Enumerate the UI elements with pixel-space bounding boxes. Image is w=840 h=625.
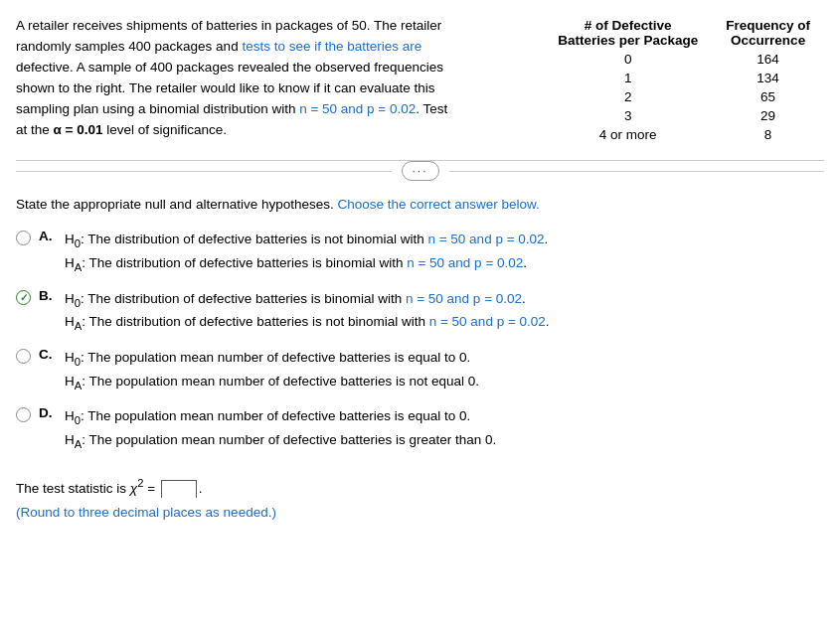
radio-circle-c[interactable] bbox=[16, 349, 31, 364]
table-row: 1134 bbox=[544, 69, 824, 87]
option-label-b: B. bbox=[39, 288, 57, 303]
radio-b[interactable] bbox=[16, 290, 31, 305]
defective-cell: 3 bbox=[544, 106, 712, 125]
radio-circle-d[interactable] bbox=[16, 407, 31, 422]
option-content-c: H0: The population mean number of defect… bbox=[65, 347, 479, 393]
table-row: 4 or more8 bbox=[544, 125, 824, 144]
option-item-a[interactable]: A.H0: The distribution of defective batt… bbox=[16, 229, 824, 275]
table-row: 0164 bbox=[544, 50, 824, 69]
col2-header: Frequency of Occurrence bbox=[712, 16, 824, 50]
question-prompt: State the appropriate null and alternati… bbox=[16, 195, 824, 215]
h0-line-c: H0: The population mean number of defect… bbox=[65, 347, 479, 371]
frequency-cell: 134 bbox=[712, 69, 824, 87]
radio-c[interactable] bbox=[16, 349, 31, 364]
table-row: 265 bbox=[544, 87, 824, 106]
radio-circle-b[interactable] bbox=[16, 290, 31, 305]
option-item-d[interactable]: D.H0: The population mean number of defe… bbox=[16, 405, 824, 452]
test-stat-input-box[interactable] bbox=[161, 480, 197, 498]
option-item-b[interactable]: B.H0: The distribution of defective batt… bbox=[16, 288, 824, 335]
top-section: A retailer receives shipments of batteri… bbox=[16, 16, 824, 144]
h0-line-b: H0: The distribution of defective batter… bbox=[65, 288, 550, 312]
radio-d[interactable] bbox=[16, 407, 31, 422]
divider-right bbox=[449, 171, 825, 172]
radio-a[interactable] bbox=[16, 231, 31, 245]
options-list: A.H0: The distribution of defective batt… bbox=[16, 229, 824, 453]
desc-line4: shown to the right. The retailer would l… bbox=[16, 80, 434, 95]
divider-section: ··· bbox=[16, 160, 824, 181]
dots-button[interactable]: ··· bbox=[402, 161, 439, 181]
option-content-a: H0: The distribution of defective batter… bbox=[65, 229, 548, 275]
option-item-c[interactable]: C.H0: The population mean number of defe… bbox=[16, 347, 824, 393]
table-row: 329 bbox=[544, 106, 824, 125]
h0-line-a: H0: The distribution of defective batter… bbox=[65, 229, 548, 252]
ha-line-b: HA: The distribution of defective batter… bbox=[65, 311, 550, 335]
question-text-prefix: State the appropriate null and alternati… bbox=[16, 197, 337, 212]
question-text-blue: Choose the correct answer below. bbox=[337, 197, 539, 212]
option-content-b: H0: The distribution of defective batter… bbox=[65, 288, 550, 335]
test-stat-section: The test statistic is χ2 = . (Round to t… bbox=[16, 473, 824, 525]
option-content-d: H0: The population mean number of defect… bbox=[65, 405, 496, 452]
alpha-value: α = 0.01 bbox=[54, 122, 103, 137]
desc-line6-prefix: at the bbox=[16, 122, 54, 137]
col1-header: # of Defective Batteries per Package bbox=[544, 16, 712, 50]
desc-line5: sampling plan using a binomial distribut… bbox=[16, 101, 299, 116]
defective-cell: 2 bbox=[544, 87, 712, 106]
frequency-cell: 29 bbox=[712, 106, 824, 125]
ha-line-c: HA: The population mean number of defect… bbox=[65, 371, 479, 394]
test-stat-period: . bbox=[199, 480, 203, 495]
frequency-cell: 8 bbox=[712, 125, 824, 144]
frequency-table: # of Defective Batteries per Package Fre… bbox=[544, 16, 824, 144]
equals-sign: = bbox=[143, 480, 158, 495]
option-label-c: C. bbox=[39, 347, 57, 362]
option-label-a: A. bbox=[39, 229, 57, 243]
option-label-d: D. bbox=[39, 405, 57, 420]
test-stat-prefix: The test statistic is bbox=[16, 480, 130, 495]
radio-circle-a[interactable] bbox=[16, 231, 31, 245]
frequency-cell: 65 bbox=[712, 87, 824, 106]
defective-cell: 1 bbox=[544, 69, 712, 87]
description-text: A retailer receives shipments of batteri… bbox=[16, 16, 524, 144]
main-container: A retailer receives shipments of batteri… bbox=[16, 16, 824, 525]
divider-left bbox=[16, 171, 392, 172]
frequency-cell: 164 bbox=[712, 50, 824, 69]
test-stat-input[interactable] bbox=[162, 484, 196, 500]
defective-cell: 0 bbox=[544, 50, 712, 69]
desc-line2-blue: tests to see if the batteries are bbox=[242, 39, 421, 54]
desc-np-blue: n = 50 and p = 0.02 bbox=[299, 101, 416, 116]
desc-line5b: . Test bbox=[416, 101, 447, 116]
defective-cell: 4 or more bbox=[544, 125, 712, 144]
ha-line-d: HA: The population mean number of defect… bbox=[65, 429, 496, 453]
desc-line1: A retailer receives shipments of batteri… bbox=[16, 18, 441, 33]
desc-line3: defective. A sample of 400 packages reve… bbox=[16, 60, 443, 75]
desc-line2: randomly samples 400 packages and bbox=[16, 39, 242, 54]
round-note: (Round to three decimal places as needed… bbox=[16, 505, 276, 520]
h0-line-d: H0: The population mean number of defect… bbox=[65, 405, 496, 429]
desc-line6-suffix: level of significance. bbox=[103, 122, 228, 137]
ha-line-a: HA: The distribution of defective batter… bbox=[65, 252, 548, 276]
